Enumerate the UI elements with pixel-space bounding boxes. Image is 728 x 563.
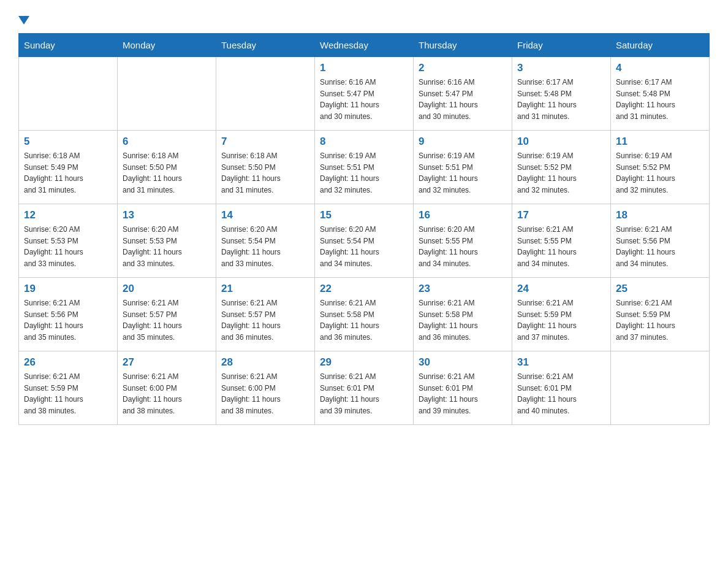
day-number: 14 bbox=[221, 209, 309, 221]
calendar-cell: 14Sunrise: 6:20 AM Sunset: 5:54 PM Dayli… bbox=[216, 204, 315, 278]
day-number: 19 bbox=[24, 283, 112, 295]
calendar-cell: 16Sunrise: 6:20 AM Sunset: 5:55 PM Dayli… bbox=[414, 204, 512, 278]
day-info: Sunrise: 6:20 AM Sunset: 5:55 PM Dayligh… bbox=[419, 224, 507, 269]
day-number: 31 bbox=[517, 356, 605, 369]
day-info: Sunrise: 6:21 AM Sunset: 5:58 PM Dayligh… bbox=[320, 297, 408, 343]
day-number: 27 bbox=[123, 356, 211, 369]
column-header-tuesday: Tuesday bbox=[216, 34, 315, 57]
day-info: Sunrise: 6:21 AM Sunset: 5:59 PM Dayligh… bbox=[24, 371, 112, 416]
header-section bbox=[18, 12, 710, 23]
day-number: 17 bbox=[517, 209, 605, 221]
calendar-cell: 19Sunrise: 6:21 AM Sunset: 5:56 PM Dayli… bbox=[19, 278, 118, 351]
calendar-cell: 10Sunrise: 6:19 AM Sunset: 5:52 PM Dayli… bbox=[512, 131, 611, 204]
day-info: Sunrise: 6:16 AM Sunset: 5:47 PM Dayligh… bbox=[320, 77, 408, 122]
calendar-cell: 11Sunrise: 6:19 AM Sunset: 5:52 PM Dayli… bbox=[611, 131, 710, 204]
column-header-thursday: Thursday bbox=[414, 34, 512, 57]
calendar-week-5: 26Sunrise: 6:21 AM Sunset: 5:59 PM Dayli… bbox=[19, 351, 710, 425]
day-info: Sunrise: 6:19 AM Sunset: 5:52 PM Dayligh… bbox=[616, 150, 704, 196]
calendar-cell: 17Sunrise: 6:21 AM Sunset: 5:55 PM Dayli… bbox=[512, 204, 611, 278]
calendar-cell: 21Sunrise: 6:21 AM Sunset: 5:57 PM Dayli… bbox=[216, 278, 315, 351]
calendar-cell: 4Sunrise: 6:17 AM Sunset: 5:48 PM Daylig… bbox=[611, 57, 710, 131]
day-number: 15 bbox=[320, 209, 408, 221]
calendar-cell: 28Sunrise: 6:21 AM Sunset: 6:00 PM Dayli… bbox=[216, 351, 315, 425]
day-number: 5 bbox=[24, 136, 112, 148]
calendar-cell: 13Sunrise: 6:20 AM Sunset: 5:53 PM Dayli… bbox=[118, 204, 216, 278]
day-info: Sunrise: 6:21 AM Sunset: 6:01 PM Dayligh… bbox=[320, 371, 408, 416]
day-info: Sunrise: 6:21 AM Sunset: 6:01 PM Dayligh… bbox=[517, 371, 605, 416]
day-info: Sunrise: 6:19 AM Sunset: 5:51 PM Dayligh… bbox=[320, 150, 408, 196]
day-info: Sunrise: 6:20 AM Sunset: 5:53 PM Dayligh… bbox=[123, 224, 211, 269]
calendar-cell: 1Sunrise: 6:16 AM Sunset: 5:47 PM Daylig… bbox=[315, 57, 414, 131]
calendar-week-2: 5Sunrise: 6:18 AM Sunset: 5:49 PM Daylig… bbox=[19, 131, 710, 204]
day-info: Sunrise: 6:17 AM Sunset: 5:48 PM Dayligh… bbox=[616, 77, 704, 122]
day-number: 10 bbox=[517, 136, 605, 148]
logo bbox=[18, 16, 31, 23]
calendar-cell: 5Sunrise: 6:18 AM Sunset: 5:49 PM Daylig… bbox=[19, 131, 118, 204]
day-number: 29 bbox=[320, 356, 408, 369]
calendar-cell: 12Sunrise: 6:20 AM Sunset: 5:53 PM Dayli… bbox=[19, 204, 118, 278]
day-number: 2 bbox=[419, 62, 507, 74]
day-number: 7 bbox=[221, 136, 309, 148]
day-info: Sunrise: 6:21 AM Sunset: 5:59 PM Dayligh… bbox=[517, 297, 605, 343]
day-number: 6 bbox=[123, 136, 211, 148]
day-info: Sunrise: 6:17 AM Sunset: 5:48 PM Dayligh… bbox=[517, 77, 605, 122]
calendar-cell bbox=[118, 57, 216, 131]
calendar-cell bbox=[19, 57, 118, 131]
day-number: 26 bbox=[24, 356, 112, 369]
calendar-cell: 31Sunrise: 6:21 AM Sunset: 6:01 PM Dayli… bbox=[512, 351, 611, 425]
calendar-cell bbox=[216, 57, 315, 131]
column-header-friday: Friday bbox=[512, 34, 611, 57]
day-info: Sunrise: 6:19 AM Sunset: 5:51 PM Dayligh… bbox=[419, 150, 507, 196]
day-number: 25 bbox=[616, 283, 704, 295]
day-number: 20 bbox=[123, 283, 211, 295]
calendar-cell: 8Sunrise: 6:19 AM Sunset: 5:51 PM Daylig… bbox=[315, 131, 414, 204]
day-number: 8 bbox=[320, 136, 408, 148]
day-info: Sunrise: 6:18 AM Sunset: 5:49 PM Dayligh… bbox=[24, 150, 112, 196]
calendar-week-1: 1Sunrise: 6:16 AM Sunset: 5:47 PM Daylig… bbox=[19, 57, 710, 131]
calendar-cell bbox=[611, 351, 710, 425]
calendar-week-4: 19Sunrise: 6:21 AM Sunset: 5:56 PM Dayli… bbox=[19, 278, 710, 351]
calendar-cell: 6Sunrise: 6:18 AM Sunset: 5:50 PM Daylig… bbox=[118, 131, 216, 204]
day-number: 30 bbox=[419, 356, 507, 369]
day-number: 13 bbox=[123, 209, 211, 221]
day-number: 1 bbox=[320, 62, 408, 74]
day-info: Sunrise: 6:20 AM Sunset: 5:54 PM Dayligh… bbox=[221, 224, 309, 269]
day-info: Sunrise: 6:21 AM Sunset: 6:00 PM Dayligh… bbox=[221, 371, 309, 416]
calendar-cell: 3Sunrise: 6:17 AM Sunset: 5:48 PM Daylig… bbox=[512, 57, 611, 131]
day-info: Sunrise: 6:20 AM Sunset: 5:54 PM Dayligh… bbox=[320, 224, 408, 269]
calendar-cell: 9Sunrise: 6:19 AM Sunset: 5:51 PM Daylig… bbox=[414, 131, 512, 204]
day-number: 4 bbox=[616, 62, 704, 74]
column-header-monday: Monday bbox=[118, 34, 216, 57]
calendar-body: 1Sunrise: 6:16 AM Sunset: 5:47 PM Daylig… bbox=[19, 57, 710, 425]
column-header-wednesday: Wednesday bbox=[315, 34, 414, 57]
day-info: Sunrise: 6:21 AM Sunset: 6:01 PM Dayligh… bbox=[419, 371, 507, 416]
day-info: Sunrise: 6:21 AM Sunset: 5:56 PM Dayligh… bbox=[616, 224, 704, 269]
calendar-cell: 7Sunrise: 6:18 AM Sunset: 5:50 PM Daylig… bbox=[216, 131, 315, 204]
calendar-week-3: 12Sunrise: 6:20 AM Sunset: 5:53 PM Dayli… bbox=[19, 204, 710, 278]
day-number: 24 bbox=[517, 283, 605, 295]
calendar-cell: 24Sunrise: 6:21 AM Sunset: 5:59 PM Dayli… bbox=[512, 278, 611, 351]
calendar-cell: 23Sunrise: 6:21 AM Sunset: 5:58 PM Dayli… bbox=[414, 278, 512, 351]
day-info: Sunrise: 6:16 AM Sunset: 5:47 PM Dayligh… bbox=[419, 77, 507, 122]
day-number: 3 bbox=[517, 62, 605, 74]
day-number: 11 bbox=[616, 136, 704, 148]
calendar-table: SundayMondayTuesdayWednesdayThursdayFrid… bbox=[18, 33, 710, 425]
calendar-cell: 30Sunrise: 6:21 AM Sunset: 6:01 PM Dayli… bbox=[414, 351, 512, 425]
day-info: Sunrise: 6:21 AM Sunset: 5:57 PM Dayligh… bbox=[123, 297, 211, 343]
calendar-cell: 25Sunrise: 6:21 AM Sunset: 5:59 PM Dayli… bbox=[611, 278, 710, 351]
day-number: 23 bbox=[419, 283, 507, 295]
calendar-cell: 2Sunrise: 6:16 AM Sunset: 5:47 PM Daylig… bbox=[414, 57, 512, 131]
day-info: Sunrise: 6:21 AM Sunset: 5:55 PM Dayligh… bbox=[517, 224, 605, 269]
calendar-cell: 29Sunrise: 6:21 AM Sunset: 6:01 PM Dayli… bbox=[315, 351, 414, 425]
day-info: Sunrise: 6:21 AM Sunset: 6:00 PM Dayligh… bbox=[123, 371, 211, 416]
day-number: 16 bbox=[419, 209, 507, 221]
day-number: 18 bbox=[616, 209, 704, 221]
day-info: Sunrise: 6:21 AM Sunset: 5:57 PM Dayligh… bbox=[221, 297, 309, 343]
calendar-cell: 22Sunrise: 6:21 AM Sunset: 5:58 PM Dayli… bbox=[315, 278, 414, 351]
column-header-saturday: Saturday bbox=[611, 34, 710, 57]
calendar-cell: 27Sunrise: 6:21 AM Sunset: 6:00 PM Dayli… bbox=[118, 351, 216, 425]
day-number: 28 bbox=[221, 356, 309, 369]
calendar-cell: 18Sunrise: 6:21 AM Sunset: 5:56 PM Dayli… bbox=[611, 204, 710, 278]
day-number: 12 bbox=[24, 209, 112, 221]
day-number: 9 bbox=[419, 136, 507, 148]
